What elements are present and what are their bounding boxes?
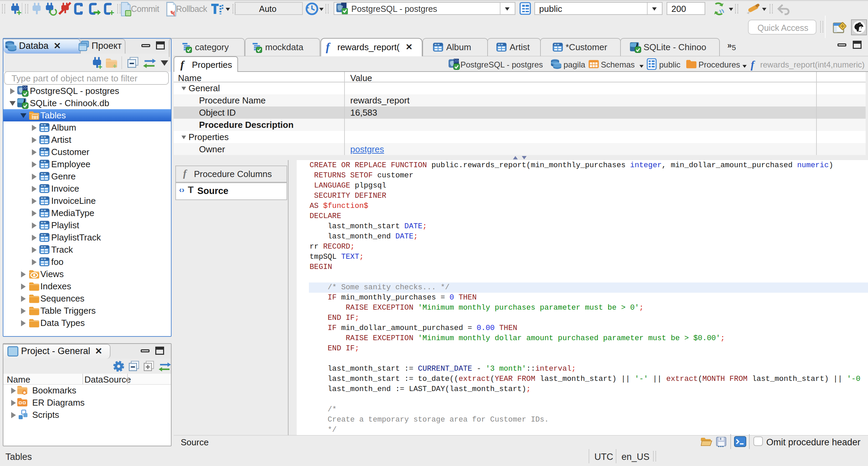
svg-text:+: + bbox=[113, 62, 117, 69]
svg-text:+: + bbox=[17, 8, 22, 16]
svg-text:+: + bbox=[109, 7, 114, 16]
svg-text:+: + bbox=[98, 63, 102, 70]
